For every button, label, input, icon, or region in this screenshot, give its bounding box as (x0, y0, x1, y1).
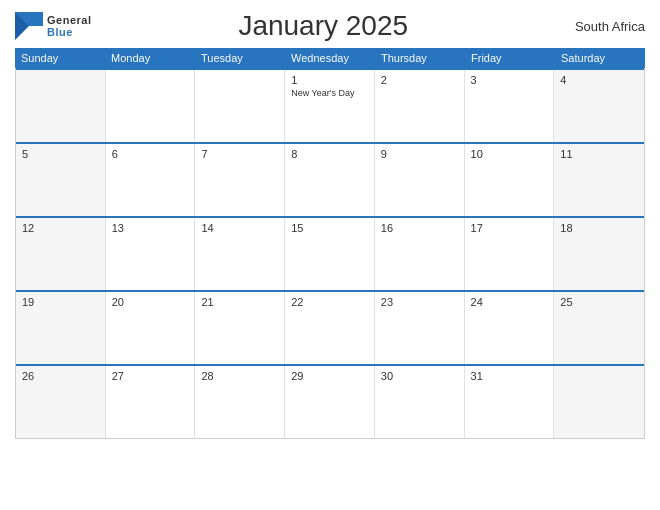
day-number: 25 (560, 296, 638, 308)
calendar-day (16, 70, 106, 142)
day-header-monday: Monday (105, 48, 195, 68)
calendar-container: General Blue January 2025 South Africa S… (0, 0, 660, 510)
day-number: 22 (291, 296, 368, 308)
calendar-week-1: 1New Year's Day234 (16, 68, 644, 142)
calendar-day: 14 (195, 218, 285, 290)
calendar-day: 12 (16, 218, 106, 290)
holiday-name: New Year's Day (291, 88, 368, 99)
logo-general-text: General (47, 14, 91, 26)
calendar-day: 29 (285, 366, 375, 438)
calendar-week-5: 262728293031 (16, 364, 644, 438)
day-number: 21 (201, 296, 278, 308)
calendar-day: 27 (106, 366, 196, 438)
day-number: 30 (381, 370, 458, 382)
country-label: South Africa (555, 19, 645, 34)
day-number: 17 (471, 222, 548, 234)
day-number: 4 (560, 74, 638, 86)
day-number: 7 (201, 148, 278, 160)
calendar-day: 9 (375, 144, 465, 216)
day-number: 31 (471, 370, 548, 382)
calendar-day: 5 (16, 144, 106, 216)
calendar-day: 6 (106, 144, 196, 216)
day-header-wednesday: Wednesday (285, 48, 375, 68)
calendar-week-2: 567891011 (16, 142, 644, 216)
logo: General Blue (15, 12, 91, 40)
day-number: 19 (22, 296, 99, 308)
day-number: 20 (112, 296, 189, 308)
calendar-day: 16 (375, 218, 465, 290)
calendar-header: General Blue January 2025 South Africa (15, 10, 645, 42)
day-number: 6 (112, 148, 189, 160)
calendar-day: 20 (106, 292, 196, 364)
calendar-day (554, 366, 644, 438)
calendar-day: 13 (106, 218, 196, 290)
calendar-grid: 1New Year's Day2345678910111213141516171… (15, 68, 645, 439)
calendar-day: 10 (465, 144, 555, 216)
day-number: 11 (560, 148, 638, 160)
logo-blue-text: Blue (47, 26, 91, 38)
calendar-day: 24 (465, 292, 555, 364)
logo-text: General Blue (47, 14, 91, 38)
day-number: 28 (201, 370, 278, 382)
day-number: 29 (291, 370, 368, 382)
day-header-thursday: Thursday (375, 48, 465, 68)
day-number: 8 (291, 148, 368, 160)
day-number: 14 (201, 222, 278, 234)
calendar-day: 22 (285, 292, 375, 364)
calendar-day: 1New Year's Day (285, 70, 375, 142)
calendar-day: 8 (285, 144, 375, 216)
day-number: 13 (112, 222, 189, 234)
calendar-day: 28 (195, 366, 285, 438)
day-number: 15 (291, 222, 368, 234)
calendar-week-3: 12131415161718 (16, 216, 644, 290)
calendar-day: 2 (375, 70, 465, 142)
day-headers: SundayMondayTuesdayWednesdayThursdayFrid… (15, 48, 645, 68)
calendar-week-4: 19202122232425 (16, 290, 644, 364)
calendar-title: January 2025 (91, 10, 555, 42)
day-number: 26 (22, 370, 99, 382)
day-number: 5 (22, 148, 99, 160)
calendar-day: 31 (465, 366, 555, 438)
calendar-day: 3 (465, 70, 555, 142)
calendar-day: 7 (195, 144, 285, 216)
logo-icon (15, 12, 43, 40)
day-header-tuesday: Tuesday (195, 48, 285, 68)
day-number: 9 (381, 148, 458, 160)
day-header-sunday: Sunday (15, 48, 105, 68)
calendar-day: 25 (554, 292, 644, 364)
calendar-day: 26 (16, 366, 106, 438)
calendar-day (106, 70, 196, 142)
day-number: 10 (471, 148, 548, 160)
calendar-day: 17 (465, 218, 555, 290)
day-number: 3 (471, 74, 548, 86)
day-header-friday: Friday (465, 48, 555, 68)
day-number: 2 (381, 74, 458, 86)
day-number: 27 (112, 370, 189, 382)
calendar-day: 30 (375, 366, 465, 438)
calendar-day (195, 70, 285, 142)
day-number: 16 (381, 222, 458, 234)
calendar-day: 21 (195, 292, 285, 364)
calendar-day: 23 (375, 292, 465, 364)
calendar-day: 11 (554, 144, 644, 216)
day-number: 18 (560, 222, 638, 234)
calendar-day: 4 (554, 70, 644, 142)
day-number: 12 (22, 222, 99, 234)
calendar-day: 19 (16, 292, 106, 364)
day-header-saturday: Saturday (555, 48, 645, 68)
day-number: 24 (471, 296, 548, 308)
day-number: 1 (291, 74, 368, 86)
calendar-day: 15 (285, 218, 375, 290)
calendar-day: 18 (554, 218, 644, 290)
day-number: 23 (381, 296, 458, 308)
